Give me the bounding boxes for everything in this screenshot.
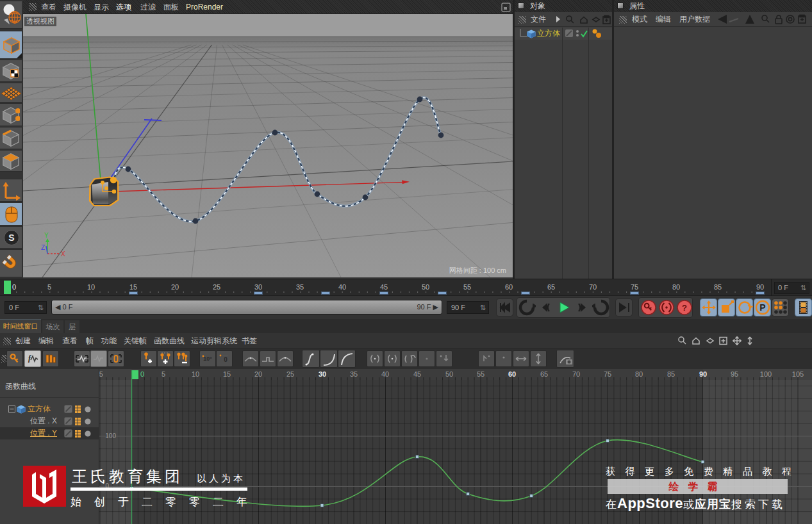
svg-text:70: 70 [572,370,580,378]
svg-text:100: 100 [105,432,116,439]
svg-text:60: 60 [508,370,516,378]
svg-text:20: 20 [254,370,262,378]
svg-text:15: 15 [223,370,231,378]
svg-text:10°: 10° [203,356,212,362]
svg-text:45: 45 [413,370,421,378]
svg-text:S: S [8,233,14,243]
svg-text:90: 90 [699,370,707,378]
svg-text:55: 55 [477,370,485,378]
svg-text:0: 0 [140,370,144,378]
svg-text:5: 5 [162,370,165,378]
svg-text:-5: -5 [99,370,103,378]
svg-text:35: 35 [350,370,358,378]
svg-text:?: ? [682,303,687,313]
svg-text:P: P [759,302,765,313]
svg-text:25: 25 [286,370,294,378]
svg-text:65: 65 [540,370,548,378]
svg-text:Y: Y [44,232,49,239]
svg-text:95: 95 [731,370,738,378]
svg-text:40: 40 [381,370,389,378]
svg-text:50: 50 [445,370,453,378]
svg-text:75: 75 [604,370,611,378]
svg-text:Z: Z [41,244,45,251]
svg-text:f: f [28,354,31,363]
svg-text:网格间距 : 100 cm: 网格间距 : 100 cm [449,266,506,274]
svg-text:100: 100 [760,370,772,378]
svg-text:80: 80 [635,370,643,378]
svg-text:10: 10 [192,370,199,378]
svg-text:0: 0 [224,356,228,363]
svg-text:X: X [61,250,65,258]
svg-text:30: 30 [319,370,326,378]
svg-text:85: 85 [667,370,675,378]
svg-text:105: 105 [792,370,804,378]
